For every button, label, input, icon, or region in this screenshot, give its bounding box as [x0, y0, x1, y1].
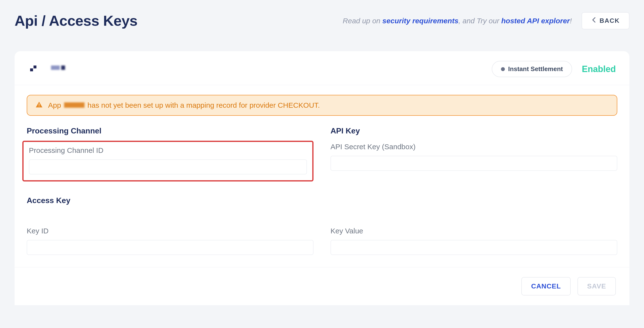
- alert-prefix: App: [48, 101, 61, 109]
- card-head: Instant Settlement Enabled: [14, 51, 630, 85]
- svg-rect-3: [61, 65, 65, 70]
- page-title: Api / Access Keys: [14, 12, 138, 29]
- processing-channel-id-label: Processing Channel ID: [29, 146, 308, 155]
- key-id-label: Key ID: [27, 227, 314, 235]
- alert-text: App has not yet been set up with a mappi…: [48, 101, 320, 109]
- key-id-field: Key ID: [27, 227, 314, 255]
- form-sections: Processing Channel Processing Channel ID…: [27, 126, 617, 255]
- access-key-title: Access Key: [27, 196, 617, 205]
- api-key-section: API Key API Secret Key (Sandbox): [330, 126, 617, 181]
- save-button[interactable]: SAVE: [578, 277, 616, 296]
- cancel-button[interactable]: CANCEL: [521, 277, 571, 296]
- hint-mid: , and Try our: [458, 17, 501, 25]
- svg-rect-2: [51, 65, 60, 70]
- api-secret-key-input[interactable]: [330, 156, 617, 171]
- hint-suffix: !: [570, 17, 572, 25]
- alert-message: has not yet been set up with a mapping r…: [88, 101, 320, 109]
- svg-rect-0: [30, 68, 33, 71]
- processing-channel-title: Processing Channel: [27, 126, 314, 135]
- hosted-api-explorer-link[interactable]: hosted API explorer: [501, 17, 570, 25]
- key-value-label: Key Value: [330, 227, 617, 235]
- enabled-status: Enabled: [582, 64, 616, 74]
- key-value-input[interactable]: [330, 240, 617, 255]
- hint-text: Read up on security requirements, and Tr…: [343, 17, 572, 25]
- svg-rect-5: [39, 106, 39, 106]
- redacted-app-name: [64, 102, 84, 108]
- access-key-section: Access Key Key ID Key Value: [27, 196, 617, 255]
- key-value-field: Key Value: [330, 227, 617, 255]
- api-key-title: API Key: [330, 126, 617, 135]
- card-body: App has not yet been set up with a mappi…: [14, 85, 630, 267]
- back-label: BACK: [600, 17, 620, 24]
- api-secret-key-label: API Secret Key (Sandbox): [330, 143, 617, 151]
- chevron-left-icon: [591, 17, 596, 24]
- processing-channel-section: Processing Channel Processing Channel ID: [27, 126, 314, 181]
- settlement-label: Instant Settlement: [508, 65, 563, 73]
- back-button[interactable]: BACK: [582, 12, 630, 29]
- processing-channel-id-input[interactable]: [29, 159, 307, 174]
- warning-alert: App has not yet been set up with a mappi…: [27, 95, 617, 116]
- key-id-input[interactable]: [27, 240, 314, 255]
- svg-rect-1: [34, 65, 36, 68]
- provider-logo: [28, 63, 67, 75]
- hint-prefix: Read up on: [343, 17, 382, 25]
- status-dot-icon: [501, 67, 505, 71]
- page-header: Api / Access Keys Read up on security re…: [0, 0, 644, 39]
- instant-settlement-badge: Instant Settlement: [492, 61, 572, 77]
- card-footer: CANCEL SAVE: [14, 267, 630, 305]
- warning-triangle-icon: [36, 101, 43, 109]
- processing-channel-highlight: Processing Channel ID: [22, 141, 314, 181]
- header-right: Read up on security requirements, and Tr…: [343, 12, 630, 29]
- main-card: Instant Settlement Enabled App has not y…: [14, 51, 630, 305]
- security-requirements-link[interactable]: security requirements: [382, 17, 458, 25]
- svg-rect-4: [39, 104, 39, 106]
